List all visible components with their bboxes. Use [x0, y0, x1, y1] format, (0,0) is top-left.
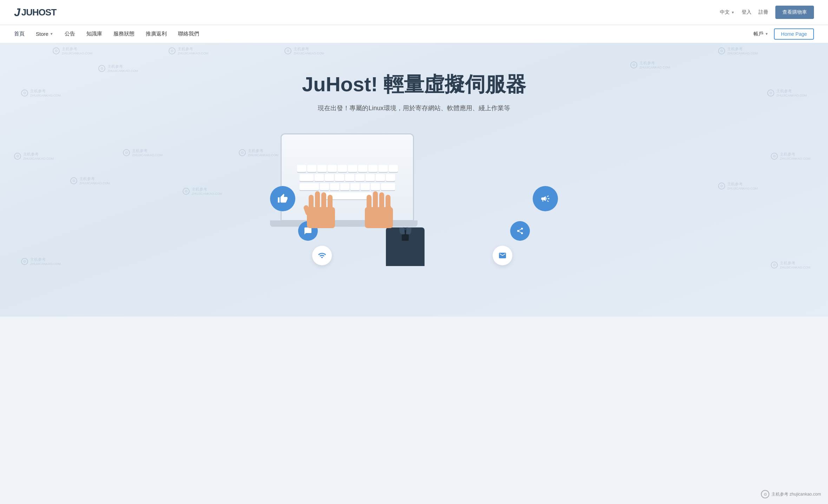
lang-label: 中文 — [720, 9, 730, 15]
watermark-icon: ⊙ — [767, 89, 774, 97]
watermark-12: ⊙ 主机参考ZHUJICANKAO.COM — [771, 152, 810, 160]
share-icon — [510, 221, 530, 241]
nav-item-service-status[interactable]: 服務狀態 — [113, 31, 134, 37]
main-nav-right: 帳戶 ▼ Home Page — [754, 28, 814, 40]
home-page-button[interactable]: Home Page — [774, 28, 814, 40]
watermark-2: ⊙ 主机参考ZHUJICANKAO.COM — [169, 46, 208, 55]
watermark-logo-icon: ⊙ — [761, 490, 769, 498]
watermark-16: ⊙ 主机参考ZHUJICANKAO.COM — [21, 257, 61, 266]
watermark-icon: ⊙ — [718, 47, 725, 54]
watermark-icon: ⊙ — [239, 149, 246, 156]
account-dropdown[interactable]: 帳戶 ▼ — [754, 31, 768, 37]
watermark-1: ⊙ 主机参考ZHUJICANKAO.COM — [53, 46, 92, 55]
svg-rect-3 — [321, 192, 326, 209]
key — [368, 165, 377, 172]
watermark-6: ⊙ 主机参考ZHUJICANKAO.COM — [630, 60, 670, 69]
megaphone-icon — [533, 186, 558, 211]
watermark-4: ⊙ 主机参考ZHUJICANKAO.COM — [718, 46, 758, 55]
cart-button[interactable]: 查看購物車 — [775, 6, 814, 19]
wifi-icon — [312, 246, 332, 265]
svg-rect-4 — [328, 195, 333, 210]
bottom-watermark-text: 主机参考 zhujicankao.com — [771, 491, 821, 497]
main-nav: 首頁 Store ▼ 公告 知識庫 服務狀態 推廣返利 聯絡我們 帳戶 ▼ Ho… — [0, 25, 828, 43]
hero-title: JuHost! 輕量虛擬伺服器 — [302, 71, 526, 98]
key — [338, 165, 347, 172]
account-label: 帳戶 — [754, 31, 763, 37]
email-icon — [493, 246, 512, 265]
key — [358, 165, 367, 172]
watermark-icon: ⊙ — [98, 65, 105, 72]
hero-subtitle: 現在出發！專屬的Linux環境，用於寄存網站、軟體應用、綫上作業等 — [318, 104, 510, 112]
svg-rect-2 — [315, 191, 320, 209]
svg-rect-7 — [367, 195, 372, 211]
watermark-icon: ⊙ — [14, 153, 21, 160]
key — [297, 165, 306, 172]
key — [317, 165, 327, 172]
watermark-5: ⊙ 主机参考ZHUJICANKAO.COM — [98, 64, 138, 73]
watermark-7: ⊙ 主机参考ZHUJICANKAO.COM — [21, 88, 61, 97]
nav-item-announcements[interactable]: 公告 — [65, 31, 75, 37]
watermark-10: ⊙ 主机参考ZHUJICANKAO.COM — [123, 148, 163, 157]
key — [307, 165, 316, 172]
key — [328, 165, 337, 172]
top-nav: J JUHOST 中文 ▼ 登入 註冊 查看購物車 — [0, 0, 828, 25]
store-chevron-icon: ▼ — [50, 32, 53, 36]
watermark-icon: ⊙ — [21, 258, 28, 265]
watermark-13: ⊙ 主机参考ZHUJICANKAO.COM — [70, 176, 110, 185]
logo: J JUHOST — [14, 6, 56, 19]
watermark-14: ⊙ 主机参考ZHUJICANKAO.COM — [183, 187, 222, 195]
language-selector[interactable]: 中文 ▼ — [720, 9, 735, 15]
account-chevron-icon: ▼ — [765, 32, 768, 36]
watermark-8: ⊙ 主机参考ZHUJICANKAO.COM — [767, 88, 807, 97]
watermark-icon: ⊙ — [183, 188, 190, 195]
login-link[interactable]: 登入 — [742, 9, 751, 15]
watermark-11: ⊙ 主机参考ZHUJICANKAO.COM — [239, 148, 278, 157]
watermark-3: ⊙ 主机参考ZHUJICANKAO.COM — [284, 46, 324, 55]
watermark-icon: ⊙ — [771, 153, 778, 160]
watermark-icon: ⊙ — [53, 47, 60, 54]
svg-rect-9 — [379, 192, 384, 209]
watermark-icon: ⊙ — [284, 47, 291, 54]
chevron-down-icon: ▼ — [731, 11, 735, 14]
watermark-icon: ⊙ — [771, 261, 778, 268]
thumbsup-icon — [270, 186, 295, 211]
watermark-icon: ⊙ — [718, 183, 725, 190]
nav-item-knowledgebase[interactable]: 知識庫 — [86, 31, 102, 37]
watermark-15: ⊙ 主机参考ZHUJICANKAO.COM — [718, 181, 758, 190]
nav-item-store[interactable]: Store ▼ — [36, 31, 53, 37]
bottom-watermark: ⊙ 主机参考 zhujicankao.com — [761, 490, 821, 498]
watermark-icon: ⊙ — [70, 177, 77, 184]
key — [389, 165, 398, 172]
main-nav-left: 首頁 Store ▼ 公告 知識庫 服務狀態 推廣返利 聯絡我們 — [14, 31, 199, 37]
hands-illustration — [296, 175, 402, 239]
key — [379, 165, 388, 172]
illustration-area — [291, 133, 537, 256]
watermark-icon: ⊙ — [123, 149, 130, 156]
watermark-17: ⊙ 主机参考ZHUJICANKAO.COM — [771, 260, 810, 269]
logo-text: JUHOST — [21, 7, 56, 18]
nav-item-home[interactable]: 首頁 — [14, 31, 25, 37]
watermark-icon: ⊙ — [21, 89, 28, 97]
top-right-nav: 中文 ▼ 登入 註冊 查看購物車 — [720, 6, 814, 19]
key — [348, 165, 357, 172]
register-link[interactable]: 註冊 — [758, 9, 768, 15]
nav-item-contact[interactable]: 聯絡我們 — [178, 31, 199, 37]
svg-rect-1 — [309, 195, 314, 211]
watermark-9: ⊙ 主机参考ZHUJICANKAO.COM — [14, 152, 54, 160]
svg-rect-8 — [373, 191, 378, 209]
nav-item-referral[interactable]: 推廣返利 — [146, 31, 167, 37]
hero-section: ⊙ 主机参考ZHUJICANKAO.COM ⊙ 主机参考ZHUJICANKAO.… — [0, 43, 828, 317]
watermark-icon: ⊙ — [169, 47, 176, 54]
logo-j: J — [14, 6, 20, 19]
watermark-icon: ⊙ — [630, 61, 637, 68]
